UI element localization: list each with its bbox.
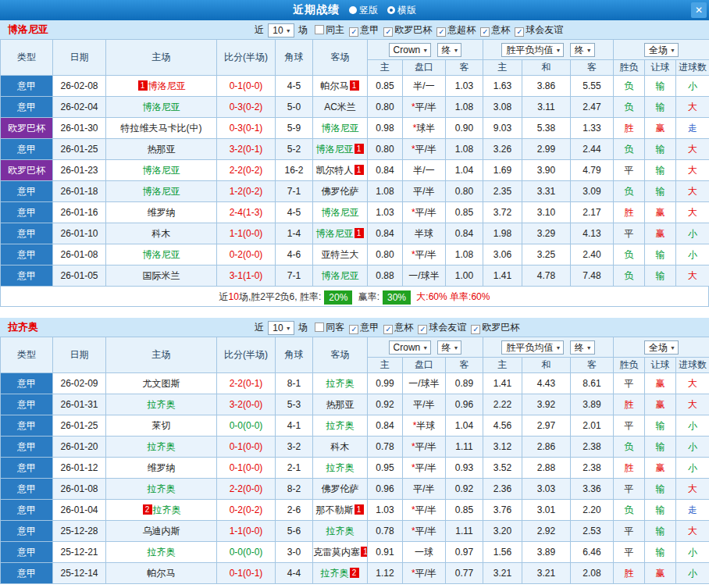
filter-checkbox[interactable]: ✓欧罗巴杯: [379, 24, 432, 35]
team-label: 博洛尼亚: [143, 186, 180, 197]
filter-checkbox[interactable]: ✓球会友谊: [413, 322, 466, 333]
checkbox-icon[interactable]: ✓: [515, 27, 524, 37]
wdl-avg-select[interactable]: 胜平负均值▼: [501, 43, 564, 57]
team-label: 莱切: [152, 420, 171, 431]
checkbox-icon[interactable]: ✓: [383, 325, 393, 334]
checkbox-icon[interactable]: [315, 25, 324, 34]
result-goals-cell: 大: [676, 521, 709, 542]
home-team-cell: 博洛尼亚: [106, 97, 217, 118]
result-goals-cell: 大: [676, 181, 709, 202]
result-handicap-cell: 输: [645, 181, 676, 202]
subcol-wdl: 胜负: [614, 60, 645, 76]
odds-company-select[interactable]: Crown▼: [389, 340, 432, 355]
date-cell: 26-01-04: [53, 500, 106, 521]
match-count-select[interactable]: 10▼: [268, 321, 294, 335]
record-summary: 近10场,胜2平2负6, 胜率:20% 赢率:30% 大:60% 单率:60%: [0, 287, 709, 307]
filter-checkbox[interactable]: ✓意超杯: [432, 24, 476, 35]
away-handicap-odds-cell: 1.08: [446, 97, 483, 118]
win-odds-cell: 2.36: [483, 479, 522, 500]
lose-odds-cell: 2.08: [571, 563, 614, 584]
wdl-avg-select[interactable]: 胜平负均值▼: [501, 340, 564, 355]
rank-badge: 1: [354, 504, 364, 515]
score-cell: 3-1(1-0): [217, 265, 276, 287]
draw-odds-cell: 2.86: [522, 437, 571, 458]
home-team-cell: 拉齐奥: [106, 542, 217, 563]
filter-checkbox[interactable]: ✓欧罗巴杯: [466, 322, 519, 333]
handicap-cell: *平/半: [403, 202, 446, 223]
result-handicap-cell: 赢: [645, 563, 676, 584]
odds-final-select[interactable]: 终▼: [437, 43, 462, 57]
score-cell: 3-2(0-0): [217, 394, 276, 415]
wdl-final-select[interactable]: 终▼: [570, 340, 595, 355]
checkbox-icon[interactable]: ✓: [349, 27, 358, 37]
lose-odds-cell: 1.33: [571, 118, 614, 139]
home-team-cell: 1博洛尼亚: [106, 76, 217, 97]
near-label: 近: [255, 24, 264, 35]
team-label: AC米兰: [324, 102, 356, 112]
filter-checkbox[interactable]: ✓意甲: [344, 322, 379, 333]
radio-horizontal-icon[interactable]: [387, 6, 395, 14]
date-cell: 26-01-25: [53, 139, 106, 160]
chevron-down-icon: ▼: [454, 48, 459, 53]
close-icon[interactable]: ✕: [691, 2, 707, 18]
match-count-select[interactable]: 10▼: [268, 23, 294, 37]
away-handicap-odds-cell: 1.04: [446, 160, 483, 181]
home-handicap-odds-cell: 0.78: [368, 437, 403, 458]
team-label: 博洛尼亚: [316, 228, 354, 239]
radio-vertical-icon[interactable]: [349, 6, 357, 14]
page-title: 近期战绩: [293, 3, 340, 17]
corner-cell: 5-3: [276, 394, 313, 415]
checkbox-icon[interactable]: ✓: [418, 325, 427, 334]
scope-select[interactable]: 全场▼: [644, 340, 679, 355]
result-goals-cell: 小: [676, 223, 709, 244]
odds-company-select[interactable]: Crown▼: [389, 43, 432, 57]
near-label: 近: [255, 322, 264, 333]
score-cell: 0-1(0-1): [217, 563, 276, 584]
corner-cell: 5-6: [276, 521, 313, 542]
result-wdl-cell: 平: [614, 160, 645, 181]
team-label: 博洛尼亚: [322, 123, 359, 134]
result-goals-cell: 小: [676, 415, 709, 437]
handicap-cell: 平/半: [403, 181, 446, 202]
col-date: 日期: [53, 40, 106, 76]
filter-bar: 近 10▼ 场 同主✓意甲✓欧罗巴杯✓意超杯✓意杯✓球会友谊: [255, 24, 563, 35]
checkbox-icon[interactable]: ✓: [436, 27, 446, 37]
results-table: 类型 日期 主场 比分(半场) 角球 客场 Crown▼ 终▼ 胜平负均值▼ 终…: [0, 337, 709, 584]
win-odds-cell: 9.03: [483, 118, 522, 139]
result-wdl-cell: 负: [614, 500, 645, 521]
radio-vertical-label[interactable]: 竖版: [359, 4, 378, 17]
wdl-final-select[interactable]: 终▼: [570, 43, 595, 57]
subcol-win: 主: [483, 60, 522, 76]
checkbox-icon[interactable]: ✓: [480, 27, 490, 37]
filter-checkbox[interactable]: ✓意杯: [476, 24, 510, 35]
radio-horizontal-label[interactable]: 横版: [397, 4, 416, 17]
competition-filters: 同主✓意甲✓欧罗巴杯✓意超杯✓意杯✓球会友谊: [310, 24, 563, 35]
scope-select[interactable]: 全场▼: [644, 43, 679, 57]
match-count-value: 10: [273, 25, 283, 36]
subcol-goals: 进球数: [676, 358, 709, 373]
league-cell: 意甲: [1, 458, 53, 479]
away-handicap-odds-cell: 0.92: [446, 479, 483, 500]
team-label: 特拉维夫马卡比(中): [121, 123, 202, 134]
rank-badge: 2: [143, 504, 152, 515]
odds-final-select[interactable]: 终▼: [437, 340, 462, 355]
subcol-goals: 进球数: [676, 60, 709, 76]
result-goals-cell: 大: [676, 97, 709, 118]
result-wdl-cell: 平: [614, 521, 645, 542]
checkbox-icon[interactable]: [315, 323, 324, 332]
filter-checkbox[interactable]: ✓意杯: [379, 322, 413, 333]
filter-checkbox[interactable]: 同客: [310, 322, 344, 333]
filter-checkbox[interactable]: ✓意甲: [344, 24, 379, 35]
checkbox-icon[interactable]: ✓: [383, 27, 393, 37]
checkbox-icon[interactable]: ✓: [349, 325, 358, 334]
checkbox-icon[interactable]: ✓: [471, 325, 480, 334]
away-handicap-odds-cell: 0.77: [446, 563, 483, 584]
subcol-away-odds: 客: [446, 60, 483, 76]
away-handicap-odds-cell: 1.00: [446, 265, 483, 287]
filter-checkbox[interactable]: ✓球会友谊: [510, 24, 563, 35]
result-wdl-cell: 平: [614, 373, 645, 394]
filter-checkbox[interactable]: 同主: [310, 24, 344, 35]
handicap-cell: *平/半: [403, 244, 446, 265]
competition-filters: 同客✓意甲✓意杯✓球会友谊✓欧罗巴杯: [310, 322, 519, 333]
date-cell: 26-01-10: [53, 223, 106, 244]
